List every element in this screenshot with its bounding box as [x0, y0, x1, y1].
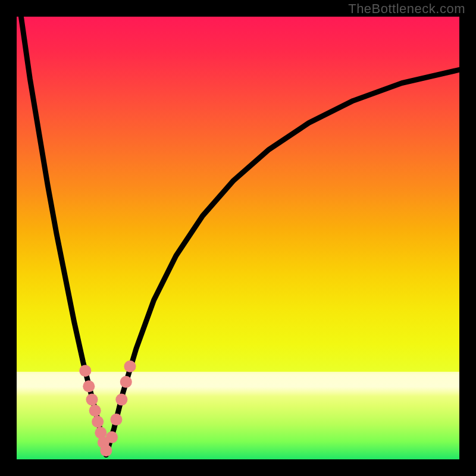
chart-svg: [17, 17, 459, 459]
plot-area: [17, 17, 459, 459]
marker-point: [89, 405, 101, 416]
marker-point: [120, 376, 132, 388]
curve-right-branch: [106, 70, 459, 455]
marker-point: [115, 394, 127, 406]
marker-point: [83, 380, 95, 392]
chart-frame: TheBottleneck.com: [0, 0, 476, 476]
marker-point: [124, 361, 136, 372]
marker-point: [92, 416, 104, 428]
marker-point: [106, 431, 118, 443]
watermark-text: TheBottleneck.com: [348, 1, 465, 17]
marker-point: [79, 365, 91, 377]
marker-point: [110, 414, 122, 425]
marker-point: [100, 444, 112, 456]
marker-point: [86, 394, 98, 406]
